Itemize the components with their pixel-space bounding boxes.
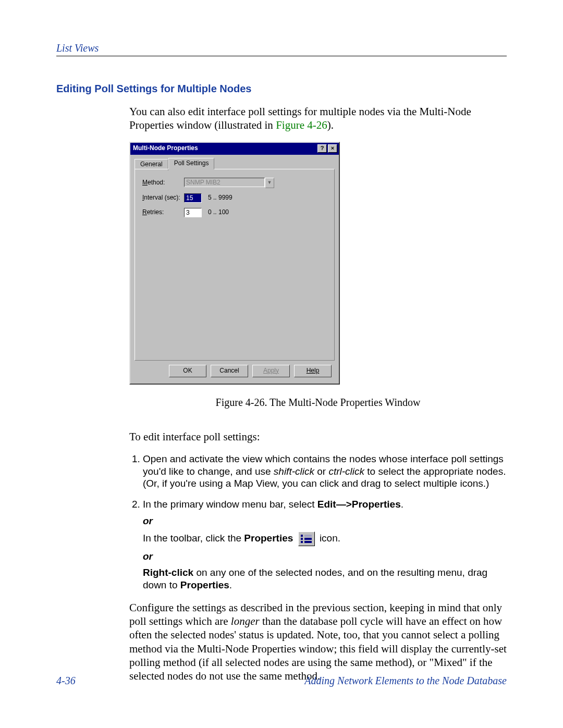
chapter-title: Adding Network Elements to the Node Data… [304, 674, 507, 687]
retries-label: Retries: [142, 208, 184, 216]
closing-paragraph: Configure the settings as described in t… [129, 601, 507, 683]
or-label-2: or [143, 550, 507, 563]
interval-label: Interval (sec): [142, 194, 184, 202]
help-icon[interactable]: ? [317, 144, 327, 153]
step-1: Open and activate the view which contain… [143, 453, 507, 490]
chevron-down-icon[interactable]: ▼ [265, 178, 274, 188]
figure-reference-link[interactable]: Figure 4-26 [276, 119, 327, 131]
close-icon[interactable]: × [328, 144, 337, 153]
dialog-button-row: OK Cancel Apply Help [134, 361, 335, 379]
step-2: In the primary window menu bar, select E… [143, 498, 507, 591]
steps-list: Open and activate the view which contain… [129, 453, 507, 591]
method-value: SNMP MIB2 [184, 178, 265, 187]
method-label: Method: [142, 179, 184, 187]
method-combobox[interactable]: SNMP MIB2 ▼ [184, 178, 274, 188]
dialog-tabs: General Poll Settings [134, 158, 335, 169]
interval-input[interactable]: 15 [184, 193, 202, 203]
properties-icon [298, 532, 315, 546]
step-2-primary: In the primary window menu bar, select E… [143, 499, 403, 510]
step-2-alt-rightclick: Right-click on any one of the selected n… [143, 566, 507, 591]
header-rule [56, 56, 507, 56]
retries-range: 0 .. 100 [208, 208, 229, 216]
multi-node-properties-dialog: Multi-Node Properties ? × General Poll S… [129, 142, 340, 385]
section-title: Editing Poll Settings for Multiple Nodes [56, 82, 507, 95]
interval-range: 5 .. 9999 [208, 194, 232, 202]
step-2-alt-toolbar: In the toolbar, click the Properties ico… [143, 532, 507, 546]
help-button[interactable]: Help [294, 365, 332, 377]
poll-settings-panel: Method: SNMP MIB2 ▼ Interval (sec): 15 5… [134, 169, 335, 361]
intro-paragraph: You can also edit interface poll setting… [129, 105, 507, 132]
dialog-title-text: Multi-Node Properties [133, 144, 198, 152]
steps-lead-in: To edit interface poll settings: [129, 430, 507, 443]
figure-caption: Figure 4-26. The Multi-Node Properties W… [129, 396, 507, 409]
ok-button[interactable]: OK [169, 365, 206, 377]
running-head: List Views [56, 42, 507, 55]
apply-button[interactable]: Apply [252, 365, 290, 377]
tab-poll-settings[interactable]: Poll Settings [168, 158, 215, 169]
dialog-titlebar[interactable]: Multi-Node Properties ? × [130, 143, 339, 155]
or-label-1: or [143, 515, 507, 527]
page-number: 4-36 [56, 674, 76, 687]
cancel-button[interactable]: Cancel [211, 365, 248, 377]
step-1-text: Open and activate the view which contain… [143, 453, 506, 489]
intro-text-2: ). [327, 119, 334, 131]
retries-input[interactable]: 3 [184, 208, 202, 217]
page-footer: 4-36 Adding Network Elements to the Node… [56, 674, 507, 687]
